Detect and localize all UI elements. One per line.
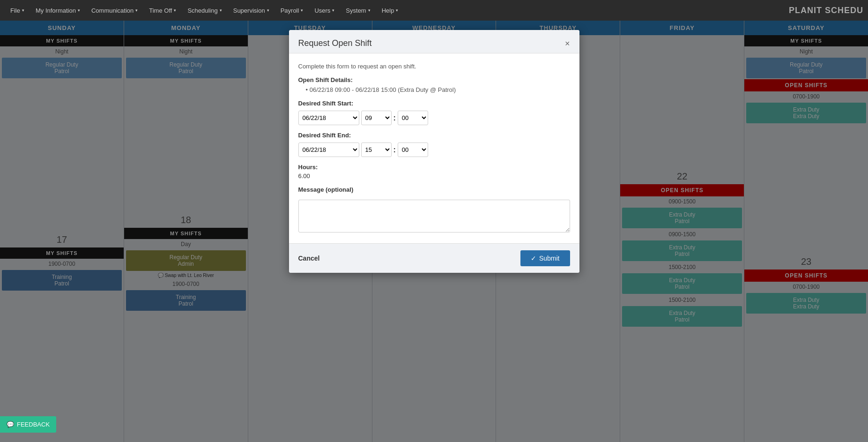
start-hour-select[interactable]: 09 bbox=[361, 111, 392, 125]
hours-section: Hours: 6.00 bbox=[298, 164, 570, 180]
end-hour-select[interactable]: 15 bbox=[361, 142, 392, 157]
request-open-shift-modal: Request Open Shift × Complete this form … bbox=[289, 30, 579, 273]
message-textarea[interactable] bbox=[298, 200, 570, 232]
nav-users[interactable]: Users ▾ bbox=[309, 0, 340, 21]
nav-scheduling-arrow: ▾ bbox=[220, 8, 222, 13]
desired-start-label: Desired Shift Start: bbox=[298, 100, 570, 107]
end-min-select[interactable]: 00 bbox=[398, 142, 428, 157]
nav-payroll-arrow: ▾ bbox=[301, 8, 303, 13]
cancel-button[interactable]: Cancel bbox=[298, 255, 320, 262]
end-time-row: 06/22/18 15 : 00 bbox=[298, 142, 570, 157]
nav-payroll[interactable]: Payroll ▾ bbox=[275, 0, 309, 21]
nav-communication[interactable]: Communication ▾ bbox=[86, 0, 143, 21]
message-label: Message (optional) bbox=[298, 186, 570, 193]
nav-help[interactable]: Help ▾ bbox=[376, 0, 404, 21]
submit-button[interactable]: ✓ Submit bbox=[520, 250, 570, 266]
nav-communication-arrow: ▾ bbox=[135, 8, 138, 13]
start-min-select[interactable]: 00 bbox=[398, 111, 428, 125]
feedback-button[interactable]: 💬 FEEDBACK bbox=[0, 416, 56, 433]
modal-header: Request Open Shift × bbox=[289, 30, 579, 53]
modal-footer: Cancel ✓ Submit bbox=[289, 243, 579, 273]
nav-file-arrow: ▾ bbox=[22, 8, 24, 13]
nav-system-arrow: ▾ bbox=[368, 8, 371, 13]
nav-users-arrow: ▾ bbox=[332, 8, 334, 13]
modal-body: Complete this form to request an open sh… bbox=[289, 53, 579, 243]
hours-label: Hours: bbox=[298, 164, 318, 171]
modal-close-button[interactable]: × bbox=[565, 39, 570, 48]
modal-title: Request Open Shift bbox=[298, 38, 372, 48]
nav-system[interactable]: System ▾ bbox=[340, 0, 376, 21]
nav-supervision[interactable]: Supervision ▾ bbox=[228, 0, 275, 21]
nav-my-information[interactable]: My Information ▾ bbox=[30, 0, 86, 21]
nav-time-off[interactable]: Time Off ▾ bbox=[143, 0, 182, 21]
feedback-label: FEEDBACK bbox=[17, 421, 50, 428]
nav-file[interactable]: File ▾ bbox=[5, 0, 30, 21]
open-shift-details-label: Open Shift Details: bbox=[298, 76, 570, 83]
nav-my-information-arrow: ▾ bbox=[78, 8, 80, 13]
nav-supervision-arrow: ▾ bbox=[267, 8, 269, 13]
submit-label: Submit bbox=[539, 255, 560, 262]
hours-value: 6.00 bbox=[298, 172, 570, 180]
desired-end-label: Desired Shift End: bbox=[298, 132, 570, 139]
modal-overlay: Request Open Shift × Complete this form … bbox=[0, 21, 868, 442]
nav-time-off-arrow: ▾ bbox=[174, 8, 176, 13]
navbar: File ▾ My Information ▾ Communication ▾ … bbox=[0, 0, 868, 21]
end-date-select[interactable]: 06/22/18 bbox=[298, 142, 359, 157]
time-colon-end: : bbox=[393, 146, 396, 154]
submit-check-icon: ✓ bbox=[531, 255, 536, 262]
time-colon-start: : bbox=[393, 114, 396, 122]
nav-scheduling[interactable]: Scheduling ▾ bbox=[182, 0, 227, 21]
shift-detail-item: • 06/22/18 09:00 - 06/22/18 15:00 (Extra… bbox=[306, 86, 570, 93]
feedback-icon: 💬 bbox=[7, 421, 14, 428]
bullet-icon: • bbox=[306, 86, 310, 93]
modal-intro-text: Complete this form to request an open sh… bbox=[298, 63, 570, 70]
start-time-row: 06/22/18 09 : 00 bbox=[298, 111, 570, 125]
brand-logo: PLANIT SCHEDU bbox=[789, 6, 863, 15]
shift-detail-text: 06/22/18 09:00 - 06/22/18 15:00 (Extra D… bbox=[310, 86, 456, 93]
nav-help-arrow: ▾ bbox=[396, 8, 398, 13]
start-date-select[interactable]: 06/22/18 bbox=[298, 111, 359, 125]
